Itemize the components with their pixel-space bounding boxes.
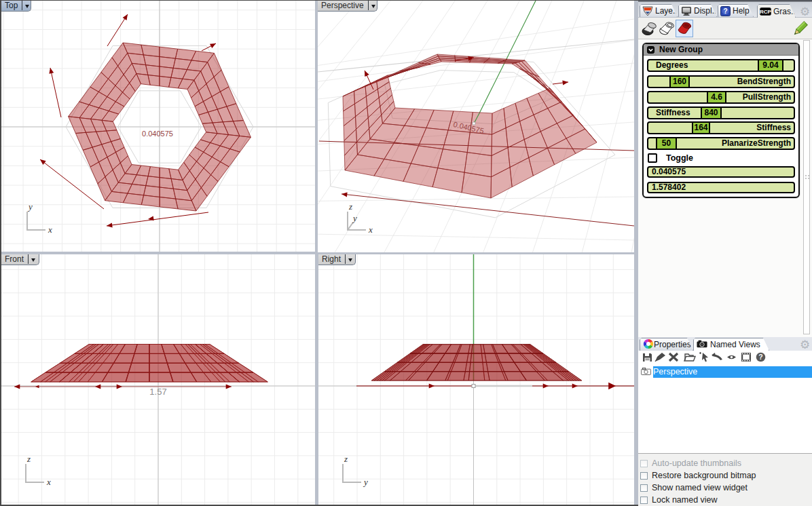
- svg-text:z: z: [26, 454, 31, 464]
- svg-text:x: x: [368, 225, 373, 235]
- svg-text:y: y: [363, 477, 368, 487]
- svg-text:?: ?: [758, 353, 762, 361]
- svg-text:?: ?: [723, 7, 727, 15]
- svg-text:z: z: [344, 454, 348, 464]
- svg-text:z: z: [348, 201, 352, 212]
- svg-text:x: x: [46, 477, 51, 487]
- svg-text:RCP: RCP: [760, 9, 771, 15]
- svg-text:0.040575: 0.040575: [142, 130, 173, 138]
- svg-text:y: y: [352, 213, 357, 223]
- svg-text:y: y: [27, 201, 33, 212]
- svg-text:x: x: [48, 225, 52, 235]
- svg-text:1.57: 1.57: [149, 387, 166, 397]
